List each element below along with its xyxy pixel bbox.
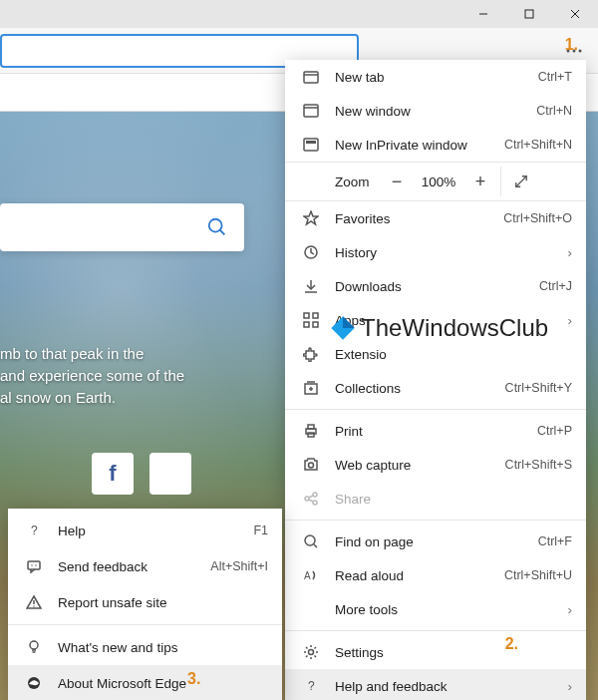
svg-rect-1 (525, 10, 533, 18)
facebook-button[interactable]: f (92, 453, 134, 495)
search-icon (206, 216, 228, 238)
chevron-right-icon: › (560, 679, 573, 694)
menu-help-feedback[interactable]: ? Help and feedback › (285, 669, 586, 700)
svg-rect-18 (306, 141, 316, 144)
menu-accel: Ctrl+F (538, 534, 572, 548)
menu-label: Web capture (335, 458, 505, 473)
menu-label: Extensio (335, 347, 572, 362)
menu-label: Collections (335, 381, 505, 396)
hero-line: and experience some of the (0, 365, 184, 387)
new-window-icon (299, 103, 323, 119)
menu-new-tab[interactable]: New tab Ctrl+T (285, 60, 586, 94)
menu-label: Find on page (335, 534, 538, 549)
menu-label: More tools (335, 602, 560, 617)
window-minimize[interactable] (460, 0, 506, 28)
svg-text:A: A (304, 570, 311, 581)
svg-point-49 (31, 564, 32, 565)
menu-label: Help and feedback (335, 679, 560, 694)
svg-marker-12 (343, 316, 355, 328)
submenu-about-edge[interactable]: About Microsoft Edge (8, 665, 282, 700)
menu-label: Favorites (335, 211, 503, 226)
watermark: TheWindowsClub (329, 314, 548, 342)
read-aloud-icon: A (299, 567, 323, 583)
window-close[interactable] (552, 0, 598, 28)
collections-icon (299, 380, 323, 396)
menu-label: Print (335, 424, 537, 439)
menu-accel: F1 (253, 524, 268, 537)
inprivate-icon (299, 137, 323, 153)
svg-point-36 (305, 497, 309, 501)
page-search-box[interactable] (0, 203, 244, 251)
zoom-in-button[interactable]: + (462, 167, 498, 196)
warning-icon (22, 594, 46, 610)
svg-marker-20 (304, 211, 318, 224)
hero-line: mb to that peak in the (0, 343, 184, 365)
submenu-report-unsafe[interactable]: Report unsafe site (8, 584, 282, 620)
windowsclub-logo-icon (329, 314, 357, 342)
chevron-right-icon: › (560, 313, 573, 328)
menu-find[interactable]: Find on page Ctrl+F (285, 525, 586, 558)
menu-extensions[interactable]: Extensio (285, 337, 586, 371)
menu-new-window[interactable]: New window Ctrl+N (285, 94, 586, 128)
menu-print[interactable]: Print Ctrl+P (285, 414, 586, 448)
social-buttons: f (92, 453, 191, 495)
svg-point-53 (33, 605, 34, 606)
menu-accel: Ctrl+Shift+O (503, 211, 572, 225)
history-icon (299, 244, 323, 260)
watermark-text: TheWindowsClub (361, 314, 548, 342)
gear-icon (299, 644, 323, 660)
menu-settings[interactable]: Settings (285, 635, 586, 669)
svg-rect-15 (304, 105, 318, 117)
social-button[interactable] (150, 453, 191, 495)
svg-rect-25 (313, 313, 318, 318)
menu-label: New tab (335, 70, 538, 85)
svg-rect-13 (304, 72, 318, 83)
svg-rect-24 (304, 313, 309, 318)
menu-downloads[interactable]: Downloads Ctrl+J (285, 269, 586, 303)
menu-collections[interactable]: Collections Ctrl+Shift+Y (285, 371, 586, 405)
menu-accel: Ctrl+Shift+Y (505, 381, 572, 395)
separator (285, 520, 586, 521)
apps-icon (299, 312, 323, 328)
svg-line-40 (309, 500, 313, 502)
separator (8, 624, 282, 625)
menu-inprivate[interactable]: New InPrivate window Ctrl+Shift+N (285, 128, 586, 162)
star-icon (299, 210, 323, 226)
svg-rect-27 (313, 322, 318, 327)
menu-label: New window (335, 104, 536, 119)
zoom-out-button[interactable]: − (379, 167, 415, 196)
menu-label: Help (58, 524, 253, 538)
menu-favorites[interactable]: Favorites Ctrl+Shift+O (285, 201, 586, 235)
menu-label: New InPrivate window (335, 138, 504, 153)
window-maximize[interactable] (506, 0, 552, 28)
svg-point-44 (309, 650, 314, 655)
annotation-1: 1. (565, 36, 578, 54)
menu-share: Share (285, 482, 586, 516)
submenu-whats-new[interactable]: What's new and tips (8, 629, 282, 665)
svg-line-19 (516, 176, 527, 187)
menu-label: What's new and tips (58, 640, 268, 655)
menu-label: Read aloud (335, 568, 504, 583)
menu-web-capture[interactable]: Web capture Ctrl+Shift+S (285, 448, 586, 482)
menu-accel: Ctrl+N (536, 104, 572, 118)
menu-accel: Ctrl+Shift+U (504, 568, 572, 582)
hero-caption: mb to that peak in the and experience so… (0, 343, 184, 409)
menu-accel: Ctrl+J (539, 279, 572, 293)
zoom-label: Zoom (299, 175, 379, 189)
svg-point-54 (30, 641, 38, 649)
svg-line-42 (314, 544, 317, 547)
menu-history[interactable]: History › (285, 235, 586, 269)
menu-accel: Ctrl+Shift+S (505, 458, 572, 472)
find-icon (299, 533, 323, 549)
hero-line: al snow on Earth. (0, 387, 184, 409)
menu-read-aloud[interactable]: A Read aloud Ctrl+Shift+U (285, 558, 586, 592)
divider (500, 167, 501, 196)
menu-accel: Ctrl+P (537, 424, 572, 438)
new-tab-icon (299, 69, 323, 85)
submenu-send-feedback[interactable]: Send feedback Alt+Shift+I (8, 548, 282, 584)
fullscreen-button[interactable] (503, 167, 539, 196)
svg-point-37 (313, 493, 317, 497)
facebook-icon: f (109, 461, 116, 487)
menu-more-tools[interactable]: More tools › (285, 592, 586, 626)
submenu-help[interactable]: ? Help F1 (8, 513, 282, 548)
